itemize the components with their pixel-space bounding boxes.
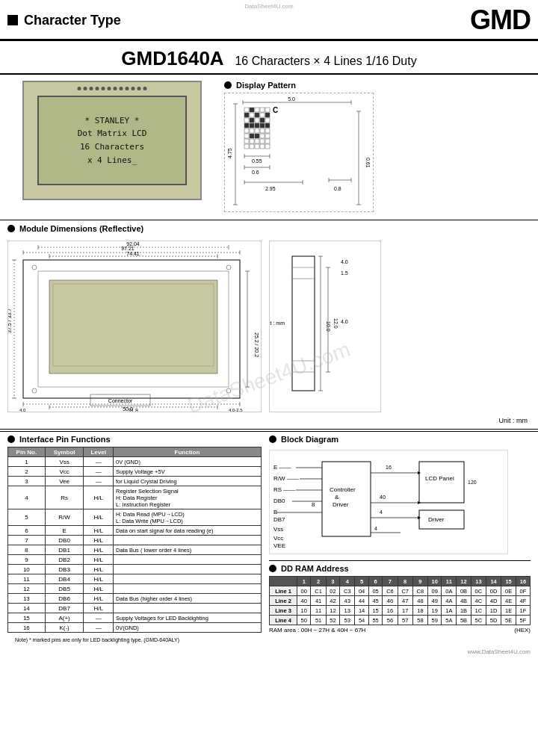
module-dim-title: Module Dimensions (Reflective) (19, 224, 143, 233)
pin-symbol: R/W (45, 509, 84, 526)
pin-function: 0V(GND) (113, 623, 261, 633)
top-watermark: DataSheet4U.com (244, 3, 293, 10)
ddram-cell: 0E (501, 586, 516, 596)
display-pattern-header: Display Pattern (224, 81, 531, 90)
ddram-cell: 58 (412, 616, 427, 625)
ddram-cell: 1B (457, 606, 471, 616)
pin-table-row: 6 E H/L Data on start signal for data re… (8, 526, 262, 536)
ddram-cell: 19 (428, 606, 442, 616)
technical-drawing-right: 10.0 12.0 4.0 1.5 4.0 Unit : mm Unit : m… (269, 241, 531, 424)
pin-symbol: DB1 (45, 545, 84, 555)
svg-rect-19 (255, 113, 259, 117)
svg-rect-45 (260, 139, 265, 143)
display-pattern-svg: 4.75 0.61 5.0 (228, 96, 370, 212)
ddram-cell: 1D (486, 606, 501, 616)
pin-function: Supply Voltage +5V (113, 467, 261, 477)
pin-level: H/L (84, 574, 114, 584)
ddram-data-row: Line 2404142434445464748494A4B4C4D4E4F (270, 596, 531, 606)
header-left: Character Type (7, 13, 121, 28)
lcd-line3: 16 Characters (80, 142, 144, 152)
dot-1 (78, 87, 81, 90)
bottom-section: Interface Pin Functions Pin No. Symbol L… (0, 431, 538, 647)
ddram-cell: C1 (311, 586, 326, 596)
svg-text:4.0-2.5: 4.0-2.5 (229, 408, 243, 412)
ddram-cell: 4D (486, 596, 501, 606)
svg-text:2.95: 2.95 (265, 186, 276, 191)
ddram-cell: 47 (398, 596, 412, 606)
svg-point-93 (32, 265, 37, 270)
svg-text:4.0: 4.0 (341, 259, 348, 264)
ddram-cell: 4B (457, 596, 471, 606)
ddram-cell: 5E (501, 616, 516, 625)
ddram-cell: 5B (457, 616, 471, 625)
pin-function (113, 574, 261, 584)
pin-symbol: DB5 (45, 584, 84, 594)
ddram-col-header: 12 (457, 577, 471, 586)
brand-logo: GMD (470, 4, 531, 36)
ddram-cell: 0B (457, 586, 471, 596)
technical-drawing-left: 97.21 92.04 74.41 37.5 / 33.7 (7, 241, 262, 424)
pin-table-row: 9 DB2 H/L (8, 555, 262, 565)
separator-2 (0, 429, 538, 430)
pin-no: 11 (8, 574, 46, 584)
pin-no: 13 (8, 594, 46, 604)
svg-text:16: 16 (386, 465, 392, 470)
ddram-cell: 18 (412, 606, 427, 616)
block-diagram-section: Block Diagram E —— R/W —— RS —— DB0 B DB… (269, 435, 531, 644)
unit-label: Unit : mm (269, 417, 531, 424)
ddram-cell: C8 (412, 586, 427, 596)
svg-rect-26 (265, 118, 270, 123)
pin-symbol: DB0 (45, 536, 84, 545)
svg-text:10.0: 10.0 (326, 321, 331, 332)
display-pattern-title: Display Pattern (236, 81, 296, 90)
ddram-separator (269, 560, 531, 561)
svg-rect-51 (265, 144, 270, 149)
svg-text:Vss: Vss (273, 526, 283, 533)
svg-text:Vcc: Vcc (273, 535, 283, 542)
pin-no: 4 (8, 486, 46, 509)
dot-9 (126, 87, 129, 90)
pin-symbol: K(-) (45, 623, 84, 633)
ddram-cell: 16 (383, 606, 398, 616)
lcd-line2: Dot Matrix LCD (78, 128, 147, 138)
ddram-cell: C3 (340, 586, 355, 596)
pin-symbol: DB4 (45, 574, 84, 584)
ddram-col-header: 8 (398, 577, 412, 586)
ddram-cell: 0C (471, 586, 486, 596)
pin-function: 0V (GND) (113, 457, 261, 467)
svg-rect-37 (244, 134, 249, 138)
svg-text:97.21: 97.21 (121, 246, 134, 251)
svg-text:4: 4 (374, 526, 377, 531)
dot-6 (108, 87, 111, 90)
pin-no: 15 (8, 613, 46, 623)
svg-rect-13 (250, 108, 254, 112)
svg-rect-21 (265, 113, 270, 117)
svg-rect-35 (260, 128, 265, 133)
col-level: Level (84, 447, 114, 457)
svg-text:5.0: 5.0 (288, 96, 295, 102)
pin-function (113, 604, 261, 613)
svg-rect-140 (322, 462, 371, 536)
svg-text:25.2 / 20.2: 25.2 / 20.2 (254, 332, 259, 357)
pin-function: for Liquid Crystal Driving (113, 477, 261, 486)
ddram-line-label: Line 2 (270, 596, 297, 606)
ddram-cell: 46 (383, 596, 398, 606)
ddram-cell: 10 (297, 606, 310, 616)
svg-rect-33 (250, 128, 254, 133)
svg-rect-18 (250, 113, 254, 117)
pin-function (113, 536, 261, 545)
pin-table-row: 14 DB7 H/L (8, 604, 262, 613)
ddram-line-label: Line 1 (270, 586, 297, 596)
pin-functions-section: Interface Pin Functions Pin No. Symbol L… (7, 435, 262, 644)
ddram-cell: 50 (297, 616, 310, 625)
svg-rect-16 (265, 108, 270, 112)
ddram-cell: 55 (368, 616, 382, 625)
pin-functions-title: Interface Pin Functions (19, 435, 111, 444)
svg-rect-23 (250, 118, 254, 123)
svg-text:Unit : mm: Unit : mm (269, 320, 285, 326)
pin-table-header-row: Pin No. Symbol Level Function (8, 447, 262, 457)
ddram-cell: 59 (428, 616, 442, 625)
ddram-cell: 04 (355, 586, 368, 596)
pin-table-row: 15 A(+) — Supply Voltages for LED Backli… (8, 613, 262, 623)
svg-rect-151 (419, 462, 464, 503)
